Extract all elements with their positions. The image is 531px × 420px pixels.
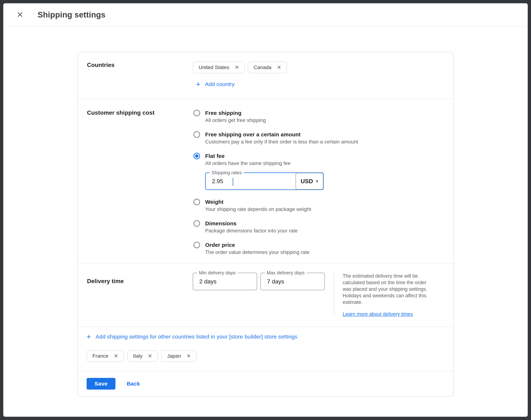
option-description: Your shipping rate depends on package we… [205, 206, 311, 213]
countries-section: Countries United States ✕ Canada ✕ + Add… [78, 52, 453, 98]
option-title: Flat fee [205, 152, 291, 160]
back-button[interactable]: Back [127, 381, 140, 387]
customer-shipping-cost-section: Customer shipping cost Free shipping All… [78, 99, 453, 263]
shipping-settings-card: Countries United States ✕ Canada ✕ + Add… [77, 52, 454, 396]
radio-option-free-over-amount[interactable]: Free shipping over a certain amount Cust… [193, 131, 453, 146]
option-title: Free shipping [205, 109, 266, 117]
option-description: Customers pay a fee only if their order … [205, 138, 358, 146]
radio-button[interactable] [194, 131, 200, 138]
max-delivery-days-field[interactable]: Max delivery days [260, 273, 325, 290]
chip-label: Canada [254, 64, 272, 70]
add-country-button[interactable]: + Add country [196, 81, 235, 88]
window-header: ✕ Shipping settings [3, 3, 528, 27]
currency-value: USD [301, 178, 313, 185]
plus-icon: + [87, 333, 91, 340]
radio-button[interactable] [194, 110, 200, 116]
radio-button[interactable] [194, 220, 200, 227]
remove-country-icon[interactable]: ✕ [277, 65, 281, 70]
save-button[interactable]: Save [87, 378, 115, 390]
currency-dropdown[interactable]: USD ▾ [296, 173, 323, 190]
radio-option-dimensions[interactable]: Dimensions Package dimensions factor int… [193, 220, 453, 234]
add-country-label: Add country [205, 81, 234, 87]
delivery-estimate-note: The estimated delivery time will be calc… [343, 273, 434, 305]
option-description: All orders have the same shipping fee [205, 160, 291, 167]
option-title: Order price [205, 241, 310, 249]
shipping-rates-field-label: Shipping rates [210, 170, 244, 175]
country-chip-canada[interactable]: Canada ✕ [248, 62, 287, 73]
option-description: The order value determines your shipping… [205, 249, 310, 256]
chip-label: Italy [133, 353, 142, 359]
close-icon[interactable]: ✕ [15, 9, 26, 20]
add-shipping-settings-label: Add shipping settings for other countrie… [96, 334, 297, 340]
countries-label: Countries [78, 62, 193, 88]
radio-option-flat-fee[interactable]: Flat fee All orders have the same shippi… [193, 152, 453, 167]
option-title: Free shipping over a certain amount [205, 131, 358, 138]
vertical-divider [334, 273, 334, 315]
radio-button[interactable] [194, 199, 200, 205]
radio-option-free-shipping[interactable]: Free shipping All orders get free shippi… [193, 109, 453, 124]
footer-actions: Save Back [78, 371, 453, 396]
option-title: Dimensions [205, 220, 298, 227]
remove-country-icon[interactable]: ✕ [235, 65, 239, 70]
radio-option-weight[interactable]: Weight Your shipping rate depends on pac… [193, 198, 453, 213]
radio-option-flat-fee-group: Flat fee All orders have the same shippi… [193, 152, 453, 190]
page-title: Shipping settings [38, 10, 106, 19]
chip-label: United States [198, 64, 229, 70]
country-chip-japan[interactable]: Japan ✕ [161, 350, 197, 362]
option-title: Weight [205, 198, 311, 206]
option-description: All orders get free shipping [205, 117, 266, 124]
plus-icon: + [196, 81, 200, 88]
countries-chip-row: United States ✕ Canada ✕ [193, 62, 453, 73]
delivery-time-section: Delivery time Min delivery days Max deli… [78, 264, 453, 327]
remove-country-icon[interactable]: ✕ [114, 353, 118, 359]
max-delivery-days-label: Max delivery days [265, 270, 306, 275]
remove-country-icon[interactable]: ✕ [186, 353, 191, 359]
other-countries-section: + Add shipping settings for other countr… [78, 327, 453, 371]
remove-country-icon[interactable]: ✕ [148, 353, 152, 359]
add-shipping-settings-button[interactable]: + Add shipping settings for other countr… [87, 333, 297, 340]
radio-button[interactable] [194, 242, 200, 248]
country-chip-united-states[interactable]: United States ✕ [193, 62, 245, 73]
radio-option-order-price[interactable]: Order price The order value determines y… [193, 241, 453, 256]
country-chip-france[interactable]: France ✕ [87, 350, 124, 362]
delivery-time-label: Delivery time [78, 273, 193, 317]
min-delivery-days-input[interactable] [193, 273, 257, 290]
max-delivery-days-input[interactable] [261, 273, 324, 290]
min-delivery-days-field[interactable]: Min delivery days [193, 273, 257, 290]
learn-more-delivery-times-link[interactable]: Learn more about delivery times [343, 311, 413, 317]
radio-button-selected[interactable] [194, 153, 200, 159]
other-countries-chip-row: France ✕ Italy ✕ Japan ✕ [87, 350, 453, 362]
shipping-rates-input[interactable] [206, 173, 289, 189]
country-chip-italy[interactable]: Italy ✕ [127, 350, 158, 362]
chip-label: France [92, 353, 108, 359]
shipping-rates-field[interactable]: Shipping rates USD ▾ [205, 172, 324, 190]
min-delivery-days-label: Min delivery days [197, 270, 237, 275]
shipping-rate-field-group: Shipping rates USD ▾ [205, 172, 324, 190]
text-cursor [233, 178, 233, 186]
option-description: Package dimensions factor into your rate [205, 227, 298, 234]
customer-shipping-cost-label: Customer shipping cost [78, 109, 193, 256]
chip-label: Japan [167, 353, 181, 359]
shipping-settings-window: ✕ Shipping settings Countries United Sta… [3, 3, 528, 417]
chevron-down-icon: ▾ [316, 179, 318, 184]
